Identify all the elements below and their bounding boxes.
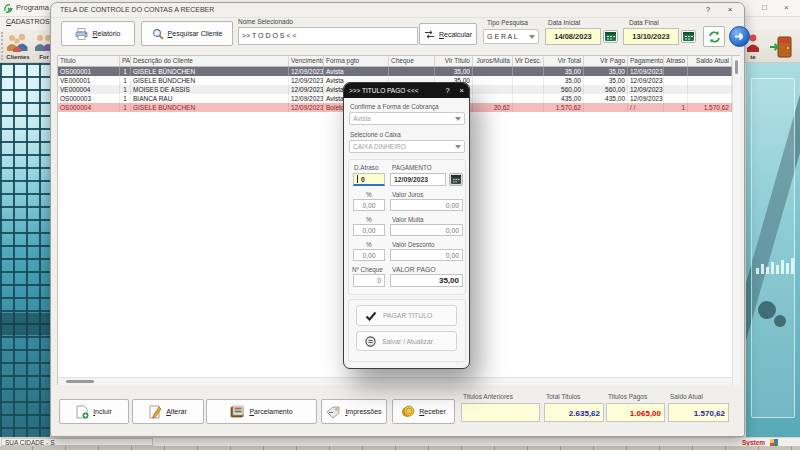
toolbar-item-exit[interactable] — [768, 33, 795, 64]
recalcular-button[interactable]: Recalcular — [419, 23, 477, 45]
receber-button[interactable]: Receber — [392, 399, 455, 424]
caixa-select[interactable]: CAIXA DINHEIRO — [349, 140, 465, 153]
juros-pct-input[interactable]: 0,00 — [353, 199, 385, 211]
bottom-strip — [0, 446, 800, 450]
column-header-pagamento[interactable]: Pagamento — [628, 56, 664, 66]
table-cell: 435,00 — [584, 94, 628, 103]
table-cell — [664, 94, 688, 103]
help-icon[interactable]: ? — [445, 86, 449, 95]
column-header-vlr-total[interactable]: Vlr Total — [544, 56, 584, 66]
statusbar: SUA CIDADE - S System — [0, 437, 800, 446]
vertical-scrollbar-thumb[interactable] — [735, 60, 738, 74]
background-art-circle — [758, 301, 776, 319]
horizontal-scrollbar-thumb[interactable] — [66, 380, 94, 383]
valor-multa-input[interactable]: 0,00 — [390, 224, 463, 236]
cheque-input[interactable]: 0 — [353, 274, 385, 287]
column-header-vlr-pago[interactable]: Vlr Pago — [584, 56, 628, 66]
add-document-icon — [76, 405, 89, 419]
salvar-atualizar-button[interactable]: Salvar / Atualizar — [356, 331, 457, 351]
pesquisar-cliente-button[interactable]: Pesquisar Cliente — [141, 21, 233, 46]
pagar-titulo-button[interactable]: PAGAR TITULO — [356, 305, 457, 326]
background-art-right — [746, 63, 800, 437]
data-inicial-calendar-button[interactable] — [603, 30, 618, 43]
table-cell: 12/09/2023 — [289, 103, 324, 112]
saldo-atual-label: Saldo Atual — [670, 393, 703, 400]
recalcular-label: Recalcular — [439, 31, 472, 38]
pagamento-input[interactable]: 12/09/2023 — [390, 173, 446, 186]
close-icon[interactable]: × — [460, 86, 464, 95]
atraso-input[interactable]: 0 — [353, 173, 385, 186]
column-header-pa[interactable]: PA — [120, 56, 131, 66]
refresh-icon — [707, 30, 722, 44]
atraso-label: D.Atraso — [354, 164, 379, 171]
restore-icon[interactable]: □ — [762, 3, 767, 12]
column-header-saldo-atual[interactable]: Saldo Atual — [688, 56, 732, 66]
juros-pct-label: % — [366, 191, 372, 198]
dialog-title: >>> TITULO PAGO <<< — [349, 87, 435, 94]
table-cell: OS000001 — [58, 67, 120, 76]
table-cell: 12/09/2023 — [289, 94, 324, 103]
calendar-icon — [605, 32, 616, 41]
go-button[interactable] — [729, 26, 750, 47]
valor-juros-label: Valor Juros — [392, 191, 423, 198]
parcelamento-button[interactable]: Parcelamento — [206, 399, 317, 424]
valor-pago-input[interactable]: 35,00 — [390, 274, 463, 287]
refresh-button[interactable] — [703, 26, 725, 47]
column-header-atraso[interactable]: Atraso — [664, 56, 688, 66]
relatorio-button[interactable]: Relatório — [61, 21, 135, 46]
chevron-down-icon — [455, 145, 461, 149]
table-cell — [688, 94, 732, 103]
forma-cobranca-select[interactable]: Avista — [349, 112, 465, 125]
window-title: TELA DE CONTROLE DO CONTAS A RECEBER — [60, 6, 214, 13]
background-art-band — [0, 313, 50, 335]
toolbar-item-clientes[interactable]: Clientes — [5, 33, 31, 60]
column-header-vencimento[interactable]: Vencimento — [289, 56, 324, 66]
column-header-vlr-titulo[interactable]: Vlr Titulo — [435, 56, 473, 66]
table-cell: GISELE BÜNDCHEN — [131, 67, 289, 76]
tipo-pesquisa-select[interactable]: G E R A L — [483, 29, 539, 44]
pagar-titulo-label: PAGAR TITULO — [383, 312, 432, 319]
close-icon[interactable]: × — [784, 3, 789, 12]
column-header-juros-multa[interactable]: Juros/Multa — [473, 56, 513, 66]
table-cell: 1 — [120, 103, 131, 112]
dialog-titlebar[interactable]: >>> TITULO PAGO <<< ? × — [344, 83, 469, 98]
incluir-button[interactable]: Incluir — [59, 399, 129, 424]
horizontal-scrollbar[interactable] — [58, 377, 732, 385]
window-titlebar[interactable]: TELA DE CONTROLE DO CONTAS A RECEBER ? × — [51, 3, 744, 18]
nome-selecionado-input[interactable]: >> T O D O S < < — [238, 27, 418, 45]
valor-desconto-input[interactable]: 0,00 — [390, 249, 463, 261]
table-cell: 35,00 — [435, 67, 473, 76]
chevron-down-icon — [455, 117, 461, 121]
table-cell: VE000001 — [58, 76, 120, 85]
table-cell: 560,00 — [584, 85, 628, 94]
vertical-scrollbar[interactable] — [732, 56, 740, 385]
table-cell — [473, 85, 513, 94]
close-icon[interactable]: × — [722, 5, 738, 14]
valor-desconto-label: Valor Desconto — [392, 241, 435, 248]
data-inicial-input[interactable]: 14/08/2023 — [545, 28, 601, 45]
column-header-vlr-desc-[interactable]: Vlr Desc. — [513, 56, 544, 66]
data-final-calendar-button[interactable] — [681, 30, 696, 43]
column-header-descri-o-do-cliente[interactable]: Descrição do Cliente — [131, 56, 289, 66]
alterar-button[interactable]: Alterar — [132, 399, 204, 424]
table-cell: 12/09/2023 — [628, 76, 664, 85]
titulos-anteriores-label: Titulos Anteriores — [463, 393, 513, 400]
data-final-input[interactable]: 13/10/2023 — [623, 28, 679, 45]
titulo-pago-dialog: >>> TITULO PAGO <<< ? × Confirme a Forma… — [343, 82, 470, 369]
column-header-titulo[interactable]: Titulo — [58, 56, 120, 66]
cheque-label: Nº Cheque — [352, 266, 383, 273]
saldo-atual-value: 1.570,62 — [668, 403, 729, 422]
menu-cadastros[interactable]: CADASTROS — [6, 18, 50, 25]
help-icon[interactable]: ? — [700, 5, 716, 14]
multa-pct-input[interactable]: 0,00 — [353, 224, 385, 236]
table-cell — [664, 85, 688, 94]
desconto-pct-input[interactable]: 0,00 — [353, 249, 385, 261]
impressoes-button[interactable]: Impressões — [321, 399, 387, 424]
column-header-cheque[interactable]: Cheque — [389, 56, 435, 66]
pagamento-calendar-button[interactable] — [449, 173, 463, 186]
table-row[interactable]: OS0000011GISELE BÜNDCHEN12/09/2023Avista… — [58, 67, 739, 76]
valor-juros-input[interactable]: 0,00 — [390, 199, 463, 211]
table-cell — [513, 76, 544, 85]
table-cell: 35,00 — [584, 76, 628, 85]
column-header-forma-pgto[interactable]: Forma pgto — [324, 56, 389, 66]
